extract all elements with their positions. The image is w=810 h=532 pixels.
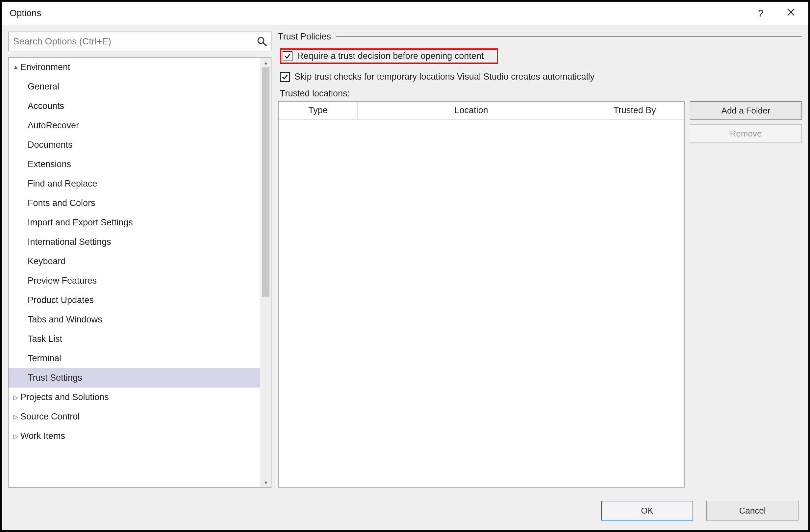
tree-node-environment[interactable]: ▲Environment <box>9 58 260 77</box>
tree-label: Keyboard <box>28 256 66 267</box>
col-trusted-by[interactable]: Trusted By <box>585 102 684 119</box>
expand-icon: ▲ <box>13 64 19 71</box>
tree-node-find-replace[interactable]: Find and Replace <box>9 174 260 193</box>
table-body <box>279 120 684 487</box>
tree-node-terminal[interactable]: Terminal <box>9 349 260 368</box>
tree-node-keyboard[interactable]: Keyboard <box>9 252 260 271</box>
client-area: ▲Environment General Accounts AutoRecove… <box>2 25 808 530</box>
require-trust-row: Require a trust decision before opening … <box>280 48 802 64</box>
trusted-locations-buttons: Add a Folder Remove <box>690 101 802 488</box>
skip-temp-checkbox[interactable] <box>280 72 290 82</box>
require-trust-label: Require a trust decision before opening … <box>297 51 484 61</box>
dialog-footer: OK Cancel <box>8 488 802 524</box>
tree-scrollbar[interactable]: ▴ ▾ <box>260 58 271 487</box>
window-controls: ? <box>758 7 802 19</box>
tree-node-trust-settings[interactable]: Trust Settings <box>9 368 260 388</box>
window-title: Options <box>8 8 42 18</box>
tree-node-import-export[interactable]: Import and Export Settings <box>9 213 260 232</box>
tree-node-autorecover[interactable]: AutoRecover <box>9 116 260 135</box>
scroll-track[interactable] <box>260 67 271 478</box>
tree-label: International Settings <box>28 237 111 247</box>
titlebar: Options ? <box>2 2 808 25</box>
tree-scroll-region[interactable]: ▲Environment General Accounts AutoRecove… <box>9 58 260 487</box>
tree-node-accounts[interactable]: Accounts <box>9 96 260 116</box>
search-icon <box>257 36 267 47</box>
tree-node-tabs-windows[interactable]: Tabs and Windows <box>9 310 260 329</box>
collapse-icon: ▷ <box>13 433 19 440</box>
trusted-locations-label: Trusted locations: <box>280 88 802 99</box>
trusted-locations-area: Type Location Trusted By Add a Folder Re… <box>278 101 802 488</box>
scroll-down-icon[interactable]: ▾ <box>260 478 271 487</box>
tree-label: Work Items <box>20 431 65 441</box>
tree-node-work-items[interactable]: ▷Work Items <box>9 426 260 446</box>
tree-node-general[interactable]: General <box>9 77 260 96</box>
group-divider <box>336 36 802 37</box>
scroll-up-icon[interactable]: ▴ <box>260 58 271 67</box>
dialog-body: ▲Environment General Accounts AutoRecove… <box>8 32 802 488</box>
tree-label: Accounts <box>28 101 64 111</box>
tree-label: Task List <box>28 334 62 344</box>
tree-node-international[interactable]: International Settings <box>9 232 260 252</box>
add-folder-button[interactable]: Add a Folder <box>690 101 802 120</box>
cancel-button[interactable]: Cancel <box>706 501 798 520</box>
tree-node-task-list[interactable]: Task List <box>9 329 260 349</box>
tree-node-documents[interactable]: Documents <box>9 135 260 155</box>
tree-label: Fonts and Colors <box>28 198 95 208</box>
col-location[interactable]: Location <box>358 102 585 119</box>
skip-temp-label: Skip trust checks for temporary location… <box>294 72 595 82</box>
col-type[interactable]: Type <box>279 102 358 119</box>
tree-label: Import and Export Settings <box>28 217 133 228</box>
svg-point-0 <box>258 37 264 44</box>
left-pane: ▲Environment General Accounts AutoRecove… <box>8 32 272 488</box>
table-header: Type Location Trusted By <box>279 102 684 120</box>
require-trust-checkbox[interactable] <box>282 51 292 61</box>
tree-node-projects-solutions[interactable]: ▷Projects and Solutions <box>9 388 260 407</box>
tree-label: Terminal <box>28 353 61 364</box>
tree-label: AutoRecover <box>28 120 79 131</box>
tree-label: Extensions <box>28 159 71 170</box>
tree-label: General <box>28 82 59 92</box>
tree-label: Tabs and Windows <box>28 315 102 325</box>
svg-line-1 <box>263 43 266 46</box>
options-tree: ▲Environment General Accounts AutoRecove… <box>8 57 272 488</box>
tree-label: Preview Features <box>28 276 97 286</box>
trusted-locations-table[interactable]: Type Location Trusted By <box>278 101 685 488</box>
tree-label: Product Updates <box>28 295 94 305</box>
search-box[interactable] <box>8 32 272 51</box>
collapse-icon: ▷ <box>13 413 19 420</box>
remove-button: Remove <box>690 124 802 143</box>
tree-label: Projects and Solutions <box>20 392 109 402</box>
close-icon[interactable] <box>787 7 795 19</box>
tree-node-source-control[interactable]: ▷Source Control <box>9 407 260 426</box>
help-icon[interactable]: ? <box>758 7 764 19</box>
tree-label: Find and Replace <box>28 179 97 189</box>
search-input[interactable] <box>13 36 255 47</box>
tree-label: Documents <box>28 140 73 150</box>
tree-label: Environment <box>20 62 70 72</box>
ok-button[interactable]: OK <box>601 501 693 520</box>
tree-label: Trust Settings <box>28 373 82 383</box>
tree-node-updates[interactable]: Product Updates <box>9 291 260 310</box>
trust-policies-group: Trust Policies <box>278 32 802 42</box>
scroll-thumb[interactable] <box>262 67 270 297</box>
highlight-box: Require a trust decision before opening … <box>280 48 498 64</box>
right-pane: Trust Policies Require a trust decision … <box>278 32 802 488</box>
skip-temp-row: Skip trust checks for temporary location… <box>280 72 802 82</box>
tree-node-extensions[interactable]: Extensions <box>9 155 260 174</box>
tree-node-preview[interactable]: Preview Features <box>9 271 260 291</box>
options-dialog: Options ? ▲Environment Ge <box>0 0 810 532</box>
collapse-icon: ▷ <box>13 394 19 401</box>
tree-label: Source Control <box>20 412 80 422</box>
tree-node-fonts-colors[interactable]: Fonts and Colors <box>9 193 260 213</box>
group-label: Trust Policies <box>278 32 331 42</box>
